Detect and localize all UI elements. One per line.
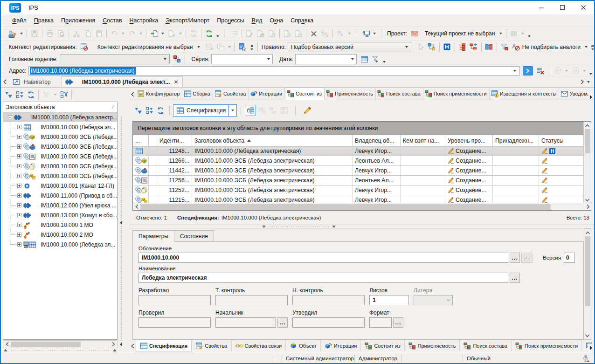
tree-item-label[interactable]: IM1000.10.000 ЭСБ (Лебедк...	[39, 153, 117, 160]
version-input[interactable]: 0	[564, 253, 575, 263]
tree-item-label[interactable]: IM1000.12.000 (Узел крюка ...	[39, 202, 117, 209]
belongs-cell[interactable]	[493, 185, 539, 195]
context-copy-button[interactable]	[215, 41, 227, 53]
group-view-button[interactable]	[278, 105, 290, 116]
statuses-cell[interactable]: H	[539, 146, 584, 156]
scroll-up-icon[interactable]	[584, 229, 591, 236]
toolbar-overflow[interactable]	[526, 28, 533, 39]
grid-horizontal-scrollbar[interactable]	[133, 203, 592, 210]
doctab-scroll-left[interactable]	[2, 76, 8, 87]
tree-item-label[interactable]: IM1000.10.000 ЭСБ (Лебедк...	[39, 163, 117, 170]
nav-back-button[interactable]	[552, 65, 563, 76]
export-button[interactable]	[166, 28, 177, 39]
detail-tab-спецификация[interactable]: Спецификация	[136, 340, 192, 351]
tree-view-toggle[interactable]	[245, 105, 256, 116]
context-copy-dropdown[interactable]	[227, 41, 232, 53]
belongs-cell[interactable]	[493, 166, 539, 175]
tab-сборка[interactable]: Сборка	[182, 88, 213, 100]
tab-свойства[interactable]: Свойства	[213, 88, 249, 100]
tree-item-label[interactable]: IM1000.10.000 1 МО	[39, 221, 95, 229]
scroll-right-icon[interactable]	[110, 341, 117, 348]
grid-group-area[interactable]: Перетащите заголовок колонки в эту облас…	[133, 122, 584, 135]
menu-окна[interactable]: Окна	[266, 15, 287, 26]
tree-item[interactable]: IM1000.10.000 (Лебедка эл...	[3, 122, 117, 132]
toolbar-grip[interactable]	[2, 16, 5, 25]
tree-expander[interactable]	[17, 213, 21, 217]
no-analogs-label[interactable]: Не подбирать аналоги	[522, 44, 581, 50]
address-overflow[interactable]	[588, 65, 594, 76]
date-filter-button[interactable]	[370, 54, 381, 65]
menu-процессы[interactable]: Процессы	[213, 15, 248, 26]
scroll-left-icon[interactable]	[133, 203, 140, 211]
doctab-list[interactable]	[585, 76, 591, 88]
tree-expander[interactable]	[17, 203, 21, 207]
tree-filter-button[interactable]	[41, 89, 52, 100]
view-mode-arrow[interactable]	[228, 105, 236, 116]
paste-button[interactable]	[93, 28, 104, 39]
date-combobox[interactable]	[295, 54, 357, 64]
scroll-down-icon[interactable]	[584, 332, 590, 339]
menu-приложения[interactable]: Приложения	[57, 15, 99, 26]
tree-item[interactable]: IM1000.10.000 2 МО	[3, 230, 117, 240]
edit-object-button[interactable]	[244, 28, 255, 39]
tree-sort-button[interactable]	[3, 89, 14, 100]
tree-filter-settings-button[interactable]	[58, 89, 69, 100]
list-actions-button[interactable]	[335, 28, 346, 39]
tree-expander[interactable]	[17, 174, 21, 178]
grid-row[interactable]: 11215...IM1000.10.000 ЭСБ (Лебедка элект…	[133, 195, 584, 203]
nav-forward-dropdown[interactable]	[581, 65, 588, 76]
statuses-cell[interactable]	[539, 195, 584, 203]
grid-row[interactable]: 11266...IM1000.10.000 ЭСБ (Лебедка элект…	[133, 156, 584, 166]
grid-row[interactable]: 11252...IM1000.10.000 ЭСБ (Лебедка элект…	[133, 185, 584, 195]
tree-refresh-button[interactable]	[25, 89, 36, 100]
identifier-cell[interactable]: 11248...	[157, 146, 192, 156]
toolbar-grip[interactable]	[355, 29, 358, 38]
list-actions-dropdown[interactable]	[346, 28, 353, 39]
column-header[interactable]: Владелец об...	[353, 135, 401, 146]
tree-item-label[interactable]: IM1000.13.000 (Хомут в сбо...	[39, 212, 117, 219]
tree-expander[interactable]	[17, 233, 21, 237]
tree-item[interactable]: IM1000.10.000 ЭСБ (Лебедк...	[3, 151, 117, 161]
tree-item[interactable]: IM1000.10.000 ЭСБ (Лебедк...	[3, 142, 117, 151]
maximize-button[interactable]	[552, 1, 573, 14]
detail-tab-состоит-из[interactable]: Состоит из	[361, 340, 404, 351]
expand-tree-button[interactable]	[457, 41, 468, 53]
delete-tree-button[interactable]	[319, 28, 331, 39]
tree-expander[interactable]	[17, 223, 21, 227]
project-actions-dropdown[interactable]	[519, 28, 526, 39]
level-cell[interactable]: Создание...	[445, 176, 493, 185]
statuses-cell[interactable]	[539, 176, 584, 185]
approve-button[interactable]	[266, 28, 277, 39]
undo-button[interactable]	[109, 28, 120, 39]
scroll-thumb[interactable]	[585, 236, 590, 306]
menu-экспорт-импорт[interactable]: Экспорт/Импорт	[162, 15, 213, 26]
taken-by-cell[interactable]	[401, 146, 445, 156]
minimize-button[interactable]	[531, 1, 552, 14]
grid-refresh-button[interactable]	[155, 105, 166, 116]
bom-compare-button[interactable]	[484, 41, 495, 53]
Начальник-input[interactable]	[215, 317, 276, 328]
tree-item-label[interactable]: IM1000.10.001 (Канат 12-ГЛ)	[39, 182, 116, 190]
rptab-scroll-left[interactable]	[130, 89, 136, 100]
tree-expander[interactable]	[17, 154, 21, 158]
grid-vertical-scrollbar[interactable]	[583, 122, 591, 204]
rule-overflow[interactable]: »	[591, 44, 594, 50]
spacer-cell[interactable]	[149, 185, 157, 195]
link-head-product-button[interactable]	[172, 54, 183, 65]
copy-button[interactable]	[82, 28, 93, 39]
identifier-cell[interactable]: 11215...	[157, 195, 192, 203]
params-tab-состояние[interactable]: Состояние	[174, 230, 214, 242]
redo-button[interactable]	[126, 28, 138, 39]
params-vertical-scrollbar[interactable]	[584, 228, 591, 340]
project-value[interactable]: Текущий проект не выбран	[425, 30, 495, 37]
designation-input[interactable]: IM1000.10.000	[138, 253, 508, 263]
select-context-button[interactable]	[236, 41, 248, 53]
tree-expander[interactable]	[17, 193, 21, 198]
tree-item[interactable]: IM1000.10.000 ЭСБ (Лебедк...	[3, 171, 117, 181]
project-dropdown[interactable]	[498, 28, 504, 39]
menu-настройка[interactable]: Настройка	[126, 15, 162, 26]
series-combobox[interactable]	[211, 54, 273, 64]
Утвердил-input[interactable]	[292, 317, 365, 328]
grid-group-sort-button[interactable]	[144, 105, 155, 116]
unblock-button[interactable]	[293, 28, 304, 39]
